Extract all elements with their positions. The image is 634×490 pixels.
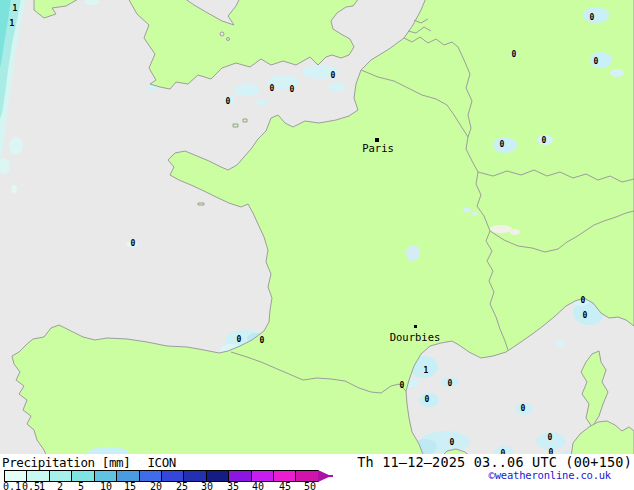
scale-label-1: 1 bbox=[39, 481, 45, 490]
legend-title: Precipitation [mm] ICON bbox=[2, 455, 176, 470]
scale-cell-50 bbox=[296, 471, 317, 481]
scale-label-45: 45 bbox=[279, 481, 291, 490]
precip-value-marker: 0 bbox=[548, 433, 553, 442]
scale-cell-0.1 bbox=[5, 471, 27, 481]
precip-value-marker: 0 bbox=[425, 395, 430, 404]
scale-cell-25 bbox=[184, 471, 206, 481]
precip-value-marker: 0 bbox=[512, 50, 517, 59]
scale-cell-35 bbox=[229, 471, 251, 481]
legend-footer: Precipitation [mm] ICON 0.10.51251015202… bbox=[0, 454, 634, 490]
legend-parameter: Precipitation bbox=[2, 455, 95, 470]
precip-value-marker: 0 bbox=[583, 311, 588, 320]
island-scilly bbox=[220, 32, 224, 36]
scale-label-0.5: 0.5 bbox=[22, 481, 40, 490]
precip-value-marker: 0 bbox=[290, 85, 295, 94]
copyright-link[interactable]: ©weatheronline.co.uk bbox=[489, 469, 611, 481]
scale-label-5: 5 bbox=[78, 481, 84, 490]
precip-value-marker: 0 bbox=[331, 71, 336, 80]
scale-label-2: 2 bbox=[57, 481, 63, 490]
precip-value-marker: 0 bbox=[500, 140, 505, 149]
precip-value-marker: 0 bbox=[590, 13, 595, 22]
island-scilly-2 bbox=[227, 38, 230, 41]
scale-labels: 0.10.5125101520253035404550 bbox=[0, 481, 345, 490]
precip-value-marker: 0 bbox=[400, 381, 405, 390]
island-channel-1 bbox=[233, 124, 238, 127]
scale-label-40: 40 bbox=[252, 481, 264, 490]
map-canvas[interactable]: 1100000000000010000000000 Paris Dourbies bbox=[0, 0, 634, 456]
scale-cell-5 bbox=[95, 471, 117, 481]
scale-label-25: 25 bbox=[176, 481, 188, 490]
precip-value-marker: 1 bbox=[13, 4, 18, 13]
precip-value-marker: 0 bbox=[448, 379, 453, 388]
scale-cell-0.5 bbox=[27, 471, 49, 481]
weather-map-page: 1100000000000010000000000 Paris Dourbies… bbox=[0, 0, 634, 490]
city-label-dourbies: Dourbies bbox=[390, 331, 441, 343]
scale-cell-30 bbox=[207, 471, 229, 481]
scale-label-20: 20 bbox=[150, 481, 162, 490]
scale-label-35: 35 bbox=[227, 481, 239, 490]
precip-value-marker: 0 bbox=[270, 84, 275, 93]
precip-value-marker: 1 bbox=[424, 366, 429, 375]
precip-value-marker: 0 bbox=[237, 335, 242, 344]
city-dot-dourbies bbox=[414, 325, 417, 328]
precip-value-marker: 0 bbox=[594, 57, 599, 66]
precip-value-marker: 0 bbox=[581, 296, 586, 305]
scale-cell-15 bbox=[140, 471, 162, 481]
island-channel-2 bbox=[243, 119, 247, 122]
scale-label-30: 30 bbox=[201, 481, 213, 490]
scale-cell-20 bbox=[162, 471, 184, 481]
scale-label-0.1: 0.1 bbox=[3, 481, 21, 490]
scale-cell-45 bbox=[274, 471, 296, 481]
legend-unit: [mm] bbox=[102, 455, 131, 470]
precip-value-marker: 0 bbox=[260, 336, 265, 345]
island-belle-ile bbox=[198, 203, 204, 205]
scale-cell-10 bbox=[117, 471, 139, 481]
legend-model: ICON bbox=[147, 455, 176, 470]
scale-label-10: 10 bbox=[100, 481, 112, 490]
precip-value-marker: 0 bbox=[450, 438, 455, 447]
forecast-datetime: Th 11–12–2025 03..06 UTC (00+150) bbox=[357, 454, 632, 470]
scale-cell-40 bbox=[252, 471, 274, 481]
scale-label-15: 15 bbox=[124, 481, 136, 490]
precip-value-marker: 0 bbox=[131, 239, 136, 248]
city-label-paris: Paris bbox=[362, 142, 394, 154]
precip-value-marker: 0 bbox=[521, 404, 526, 413]
precip-value-marker: 0 bbox=[542, 136, 547, 145]
scale-label-50: 50 bbox=[304, 481, 316, 490]
scale-cell-1 bbox=[50, 471, 72, 481]
precip-value-marker: 1 bbox=[10, 19, 15, 28]
precip-value-marker: 0 bbox=[226, 97, 231, 106]
scale-cell-2 bbox=[72, 471, 94, 481]
